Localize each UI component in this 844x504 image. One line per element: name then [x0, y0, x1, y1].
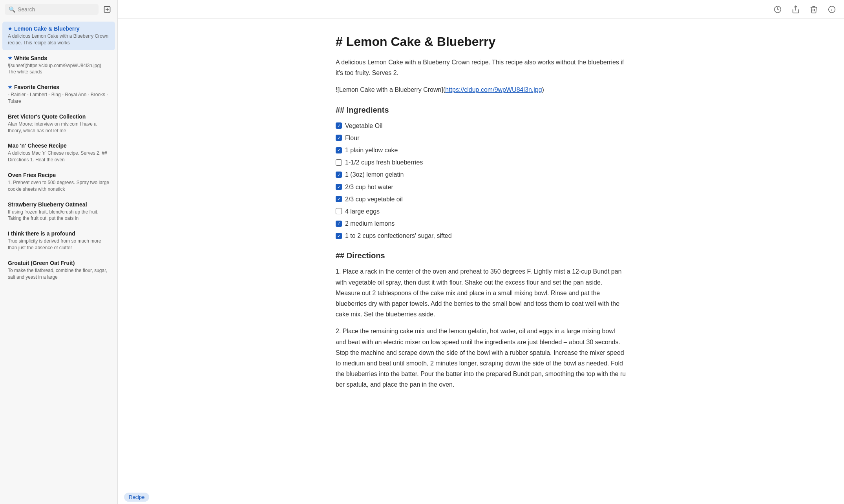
note-item-title: ★Favorite Cherries	[8, 84, 110, 90]
ingredient-text: Vegetable Oil	[345, 121, 382, 131]
note-item-mac-cheese[interactable]: Mac 'n' Cheese RecipeA delicious Mac 'n'…	[2, 139, 115, 167]
checkbox[interactable]: ✓	[336, 122, 342, 129]
checkbox[interactable]: ✓	[336, 196, 342, 202]
ingredient-text: 2/3 cup hot water	[345, 182, 393, 192]
recipe-badge: Recipe	[124, 493, 149, 502]
share-button[interactable]	[790, 4, 802, 15]
ingredients-heading: ## Ingredients	[336, 103, 626, 117]
note-item-title: Groatuit (Green Oat Fruit)	[8, 260, 110, 266]
note-title: # Lemon Cake & Blueberry	[336, 35, 626, 49]
checkbox[interactable]: ✓	[336, 172, 342, 178]
ingredient-text: 1-1/2 cups fresh blueberries	[345, 157, 423, 168]
star-icon: ★	[8, 84, 12, 90]
note-item-title: Bret Victor's Quote Collection	[8, 113, 110, 120]
checkbox[interactable]	[336, 159, 342, 166]
note-intro: A delicious Lemon Cake with a Blueberry …	[336, 57, 626, 78]
note-item-preview: A delicious Mac 'n' Cheese recipe. Serve…	[8, 150, 110, 163]
ingredient-item: ✓Flour	[336, 133, 626, 143]
ingredient-text: 2 medium lemons	[345, 218, 395, 229]
note-item-preview: 1. Preheat oven to 500 degrees. Spray tw…	[8, 179, 110, 193]
ingredient-item: 1-1/2 cups fresh blueberries	[336, 157, 626, 168]
ingredient-text: 4 large eggs	[345, 206, 380, 217]
ingredients-list: ✓Vegetable Oil✓Flour✓1 plain yellow cake…	[336, 121, 626, 241]
note-item-preview: ![sunset](https://cldup.com/9wpWU84l3n.j…	[8, 62, 110, 76]
note-item-preview: Alan Moore: interview on mtv.com I have …	[8, 121, 110, 134]
ingredient-text: 2/3 cup vegetable oil	[345, 194, 403, 205]
checkbox[interactable]: ✓	[336, 233, 342, 239]
main-content: # Lemon Cake & Blueberry A delicious Lem…	[118, 0, 844, 504]
note-item-title: ★Lemon Cake & Blueberry	[8, 26, 110, 32]
search-box[interactable]: 🔍 Search	[5, 4, 99, 15]
note-item-title: Oven Fries Recipe	[8, 172, 110, 178]
trash-button[interactable]	[808, 4, 820, 15]
note-item-favorite-cherries[interactable]: ★Favorite Cherries- Rainier - Lambert - …	[2, 80, 115, 109]
image-link[interactable]: https://cldup.com/9wpWU84l3n.jpg	[445, 86, 542, 93]
ingredient-item: ✓2/3 cup hot water	[336, 182, 626, 192]
sidebar-header: 🔍 Search	[0, 0, 117, 19]
ingredient-text: Flour	[345, 133, 359, 143]
search-placeholder: Search	[18, 6, 35, 13]
note-item-preview: A delicious Lemon Cake with a Blueberry …	[8, 33, 110, 46]
note-item-title: Mac 'n' Cheese Recipe	[8, 142, 110, 149]
footer-bar: Recipe	[118, 490, 844, 504]
star-icon: ★	[8, 55, 12, 61]
note-item-strawberry-blueberry[interactable]: Strawberry Blueberry OatmealIf using fro…	[2, 197, 115, 226]
direction-1: 1. Place a rack in the center of the ove…	[336, 266, 626, 320]
ingredient-item: 4 large eggs	[336, 206, 626, 217]
toolbar	[118, 0, 844, 19]
note-body: A delicious Lemon Cake with a Blueberry …	[336, 57, 626, 390]
note-editor: # Lemon Cake & Blueberry A delicious Lem…	[304, 19, 658, 490]
search-icon: 🔍	[9, 6, 15, 13]
checkbox[interactable]	[336, 208, 342, 214]
note-item-title: ★White Sands	[8, 55, 110, 61]
ingredient-text: 1 to 2 cups confectioners' sugar, sifted	[345, 230, 452, 241]
note-list: ★Lemon Cake & BlueberryA delicious Lemon…	[0, 19, 117, 504]
info-button[interactable]	[826, 4, 838, 15]
checkbox[interactable]: ✓	[336, 147, 342, 153]
note-item-groatuit[interactable]: Groatuit (Green Oat Fruit)To make the fl…	[2, 256, 115, 285]
ingredient-text: 1 (3oz) lemon gelatin	[345, 169, 404, 180]
note-item-preview: To make the flatbread, combine the flour…	[8, 267, 110, 281]
ingredient-item: ✓Vegetable Oil	[336, 121, 626, 131]
note-item-title: I think there is a profound	[8, 230, 110, 237]
note-item-white-sands[interactable]: ★White Sands![sunset](https://cldup.com/…	[2, 51, 115, 80]
ingredient-item: ✓1 to 2 cups confectioners' sugar, sifte…	[336, 230, 626, 241]
checkbox[interactable]: ✓	[336, 184, 342, 190]
note-item-preview: - Rainier - Lambert - Bing - Royal Ann -…	[8, 91, 110, 105]
star-icon: ★	[8, 26, 12, 31]
directions-heading: ## Directions	[336, 249, 626, 262]
note-item-lemon-cake[interactable]: ★Lemon Cake & BlueberryA delicious Lemon…	[2, 22, 115, 50]
note-item-bret-victor[interactable]: Bret Victor's Quote CollectionAlan Moore…	[2, 110, 115, 138]
ingredient-item: ✓1 (3oz) lemon gelatin	[336, 169, 626, 180]
checkbox[interactable]: ✓	[336, 135, 342, 141]
note-item-preview: True simplicity is derived from so much …	[8, 238, 110, 251]
note-item-preview: If using frozen fruit, blend/crush up th…	[8, 209, 110, 222]
ingredient-text: 1 plain yellow cake	[345, 145, 398, 155]
ingredient-item: ✓2 medium lemons	[336, 218, 626, 229]
ingredient-item: ✓1 plain yellow cake	[336, 145, 626, 155]
ingredient-item: ✓2/3 cup vegetable oil	[336, 194, 626, 205]
new-note-button[interactable]	[102, 4, 113, 15]
reminder-button[interactable]	[772, 4, 784, 15]
note-image-line: ![Lemon Cake with a Blueberry Crown](htt…	[336, 84, 626, 95]
note-item-title: Strawberry Blueberry Oatmeal	[8, 201, 110, 208]
direction-2: 2. Place the remaining cake mix and the …	[336, 326, 626, 390]
note-item-oven-fries[interactable]: Oven Fries Recipe1. Preheat oven to 500 …	[2, 168, 115, 197]
checkbox[interactable]: ✓	[336, 221, 342, 227]
note-item-profound[interactable]: I think there is a profoundTrue simplici…	[2, 226, 115, 255]
sidebar: 🔍 Search ★Lemon Cake & BlueberryA delici…	[0, 0, 118, 504]
